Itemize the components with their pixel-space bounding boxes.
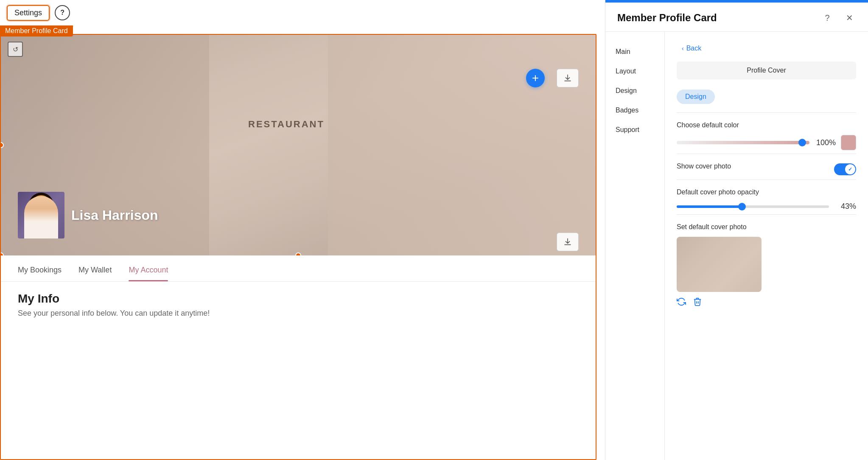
toggle-check-icon: ✓	[848, 166, 852, 172]
color-slider-row: 100%	[677, 135, 856, 150]
resize-handle-bottom-mid[interactable]	[295, 252, 301, 255]
help-button[interactable]: ?	[55, 5, 70, 20]
panel-header: Member Profile Card ? ✕	[605, 3, 868, 32]
color-swatch[interactable]	[841, 135, 856, 150]
panel-nav: Main Layout Design Badges Support	[605, 32, 665, 460]
opacity-slider-fill	[677, 205, 742, 208]
tab-my-wallet[interactable]: My Wallet	[78, 259, 112, 281]
panel-body: Main Layout Design Badges Support ‹ Back…	[605, 32, 868, 460]
color-slider-track[interactable]	[677, 141, 809, 144]
section-header: Profile Cover	[677, 62, 856, 79]
nav-item-badges[interactable]: Badges	[605, 101, 664, 120]
color-percent: 100%	[815, 138, 836, 147]
replace-cover-button[interactable]	[677, 297, 686, 306]
nav-item-design[interactable]: Design	[605, 81, 664, 101]
profile-name: Lisa Harrison	[71, 208, 158, 223]
cover-photo-label: Set default cover photo	[677, 223, 856, 231]
thumb-overlay	[677, 237, 762, 292]
my-info-section: My Info See your personal info below. Yo…	[1, 282, 596, 328]
delete-cover-button[interactable]	[693, 297, 702, 306]
restaurant-sign: RESTAURANT	[248, 119, 325, 130]
opacity-section: Default cover photo opacity 43%	[677, 180, 856, 211]
left-panel: Settings ? Member Profile Card RESTAURAN…	[0, 0, 605, 460]
color-slider-thumb[interactable]	[798, 139, 806, 146]
tabs-area: My Bookings My Wallet My Account	[1, 259, 596, 282]
cover-photo-section: Set default cover photo	[677, 214, 856, 306]
toggle-knob: ✓	[845, 164, 855, 174]
nav-item-support[interactable]: Support	[605, 120, 664, 140]
download-button-top[interactable]	[557, 69, 579, 87]
back-chevron-icon: ‹	[682, 45, 684, 52]
opacity-slider-thumb[interactable]	[738, 203, 746, 210]
opacity-slider-track[interactable]	[677, 205, 829, 208]
cover-photo-thumbnail[interactable]	[677, 237, 762, 292]
panel-help-button[interactable]: ?	[820, 11, 834, 25]
settings-button[interactable]: Settings	[7, 5, 50, 21]
panel-title: Member Profile Card	[617, 12, 717, 24]
tab-my-bookings[interactable]: My Bookings	[18, 259, 62, 281]
color-section: Choose default color 100%	[677, 112, 856, 150]
show-cover-label: Show cover photo	[677, 163, 731, 170]
widget-label: Member Profile Card	[0, 25, 73, 36]
nav-item-main[interactable]: Main	[605, 42, 664, 62]
show-cover-row: Show cover photo ✓	[677, 163, 856, 176]
nav-item-layout[interactable]: Layout	[605, 62, 664, 81]
rotate-icon[interactable]: ↺	[8, 42, 23, 57]
color-label: Choose default color	[677, 121, 856, 129]
add-button[interactable]: +	[526, 69, 545, 87]
show-cover-section: Show cover photo ✓	[677, 154, 856, 176]
widget-area: RESTAURANT ↺ +	[0, 34, 596, 460]
back-button[interactable]: ‹ Back	[677, 42, 706, 55]
panel-content: ‹ Back Profile Cover Design Choose defau…	[665, 32, 868, 460]
my-info-title: My Info	[18, 292, 579, 306]
show-cover-toggle[interactable]: ✓	[834, 163, 856, 175]
tab-my-account[interactable]: My Account	[129, 259, 168, 281]
design-tab-selected[interactable]: Design	[677, 90, 715, 104]
panel-header-icons: ? ✕	[820, 11, 856, 25]
avatar-body	[24, 196, 58, 238]
avatar	[18, 192, 64, 238]
my-info-desc: See your personal info below. You can up…	[18, 309, 579, 318]
opacity-slider-row: 43%	[677, 202, 856, 211]
back-label: Back	[686, 45, 702, 52]
panel-close-button[interactable]: ✕	[843, 11, 856, 25]
cover-photo: RESTAURANT ↺ +	[1, 35, 596, 255]
right-panel: Member Profile Card ? ✕ Main Layout Desi…	[605, 0, 868, 460]
toolbar: Settings ?	[0, 0, 605, 25]
opacity-percent: 43%	[835, 202, 856, 211]
download-button-bottom[interactable]	[557, 233, 579, 251]
opacity-label: Default cover photo opacity	[677, 188, 856, 196]
profile-info: Lisa Harrison	[18, 192, 158, 238]
cover-thumb-actions	[677, 297, 856, 306]
